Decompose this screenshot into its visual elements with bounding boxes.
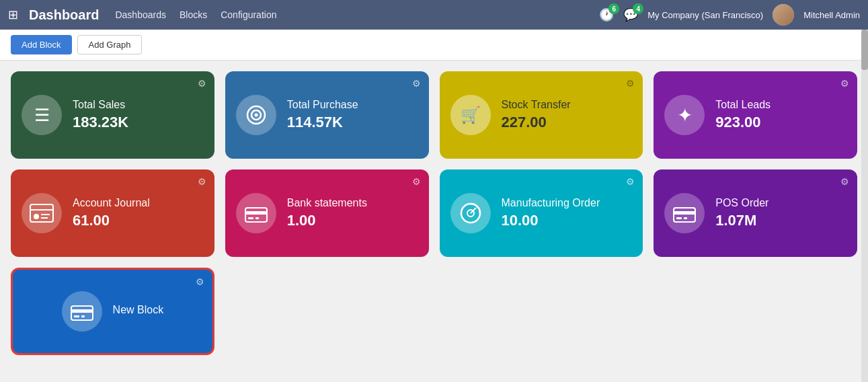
icon-circle-total-leads: ✦ [664, 95, 705, 135]
cards-row3: ⚙ New Block [11, 268, 857, 355]
pos-icon [673, 204, 696, 223]
icon-circle-account-journal [22, 193, 62, 233]
svg-rect-16 [674, 211, 695, 215]
star-icon: ✦ [677, 104, 693, 126]
card-total-leads[interactable]: ⚙ ✦ Total Leads 923.00 [654, 71, 857, 159]
scrollbar-thumb[interactable] [861, 30, 868, 70]
svg-point-5 [34, 214, 39, 219]
gear-icon-account-journal[interactable]: ⚙ [198, 176, 206, 187]
svg-rect-3 [30, 204, 53, 222]
icon-circle-pos-order [664, 193, 705, 233]
card-stock-transfer[interactable]: ⚙ 🛒 Stock Transfer 227.00 [440, 71, 643, 159]
card-new-block[interactable]: ⚙ New Block [11, 268, 214, 355]
svg-rect-18 [684, 217, 687, 219]
card-value-total-leads: 923.00 [715, 114, 771, 131]
gear-icon-manufacturing-order[interactable]: ⚙ [626, 176, 635, 187]
topnav: ⊞ Dashboard Dashboards Blocks Configurat… [0, 0, 868, 30]
admin-name[interactable]: Mitchell Admin [803, 10, 860, 20]
grid-icon[interactable]: ⊞ [8, 7, 18, 22]
svg-rect-8 [245, 208, 267, 222]
icon-circle-bank-statements [236, 193, 276, 233]
card-account-journal[interactable]: ⚙ Account Journal 61.00 [11, 169, 214, 257]
svg-rect-22 [81, 315, 85, 317]
chat-btn[interactable]: 💬 4 [623, 7, 638, 22]
card-title-manufacturing-order: Manufacturing Order [502, 197, 600, 209]
new-block-icon [71, 302, 93, 321]
gear-icon-stock-transfer[interactable]: ⚙ [626, 78, 635, 89]
gear-icon-pos-order[interactable]: ⚙ [840, 176, 849, 187]
gear-icon-new-block[interactable]: ⚙ [196, 276, 204, 287]
gear-icon-total-sales[interactable]: ⚙ [198, 78, 206, 89]
svg-rect-10 [248, 217, 253, 219]
card-title-total-sales: Total Sales [73, 99, 128, 111]
topnav-menu: Dashboards Blocks Configuration [115, 9, 588, 20]
card-title-pos-order: POS Order [715, 197, 768, 209]
card-title-stock-transfer: Stock Transfer [502, 99, 571, 111]
topnav-right: 🕐 6 💬 4 My Company (San Francisco) Mitch… [599, 4, 860, 26]
icon-circle-total-purchase [236, 95, 276, 135]
svg-rect-21 [74, 315, 79, 317]
target-icon [245, 104, 267, 126]
company-name[interactable]: My Company (San Francisco) [647, 10, 763, 20]
icon-circle-stock-transfer: 🛒 [450, 95, 491, 135]
nav-blocks[interactable]: Blocks [180, 9, 207, 20]
cart-icon: 🛒 [461, 106, 481, 124]
cards-row1: ⚙ ☰ Total Sales 183.23K ⚙ Total Purchase… [11, 71, 857, 159]
toolbar: Add Block Add Graph [0, 30, 868, 61]
add-graph-button[interactable]: Add Graph [77, 35, 143, 54]
svg-rect-9 [245, 211, 267, 215]
card-bank-statements[interactable]: ⚙ Bank statements 1.00 [225, 169, 429, 257]
card-total-sales[interactable]: ⚙ ☰ Total Sales 183.23K [11, 71, 214, 159]
card-pos-order[interactable]: ⚙ POS Order 1.07M [654, 169, 857, 257]
gear-icon-total-purchase[interactable]: ⚙ [412, 78, 421, 89]
card-value-total-purchase: 114.57K [287, 114, 358, 131]
card-title-account-journal: Account Journal [73, 197, 150, 209]
card-manufacturing-order[interactable]: ⚙ Manufacturing Order 10.00 [440, 169, 643, 257]
clock-badge: 6 [608, 3, 619, 14]
clock-btn[interactable]: 🕐 6 [599, 7, 614, 22]
app-title: Dashboard [29, 7, 99, 23]
card-title-new-block: New Block [113, 304, 164, 316]
card-total-purchase[interactable]: ⚙ Total Purchase 114.57K [225, 71, 429, 159]
svg-point-2 [254, 114, 258, 117]
card-title-total-purchase: Total Purchase [287, 99, 358, 111]
card-title-bank-statements: Bank statements [287, 197, 367, 209]
card-value-account-journal: 61.00 [73, 212, 150, 229]
hamburger-icon: ☰ [34, 105, 50, 126]
cards-row2: ⚙ Account Journal 61.00 ⚙ [11, 169, 857, 257]
svg-rect-11 [255, 217, 259, 219]
gear-icon-total-leads[interactable]: ⚙ [840, 78, 849, 89]
avatar-img [773, 4, 794, 26]
card-value-stock-transfer: 227.00 [502, 114, 571, 131]
nav-dashboards[interactable]: Dashboards [115, 9, 166, 20]
card-title-total-leads: Total Leads [715, 99, 771, 111]
scrollbar[interactable] [861, 30, 868, 366]
svg-rect-15 [674, 208, 695, 222]
icon-circle-new-block [62, 291, 102, 332]
card-value-manufacturing-order: 10.00 [502, 212, 600, 229]
nav-configuration[interactable]: Configuration [221, 9, 276, 20]
chat-badge: 4 [633, 3, 643, 14]
icon-circle-manufacturing-order [450, 193, 491, 233]
bank-icon [245, 204, 268, 223]
add-block-button[interactable]: Add Block [11, 35, 72, 54]
card-value-total-sales: 183.23K [73, 114, 128, 131]
avatar[interactable] [773, 4, 794, 26]
svg-rect-20 [71, 309, 93, 313]
card-value-pos-order: 1.07M [715, 212, 768, 229]
gear-icon-bank-statements[interactable]: ⚙ [412, 176, 421, 187]
icon-circle-total-sales: ☰ [22, 95, 62, 135]
main-content: ⚙ ☰ Total Sales 183.23K ⚙ Total Purchase… [0, 61, 868, 366]
svg-rect-19 [71, 306, 93, 320]
card-value-bank-statements: 1.00 [287, 212, 367, 229]
svg-rect-17 [676, 217, 682, 219]
account-journal-icon [30, 204, 54, 223]
mfg-icon [459, 201, 483, 225]
